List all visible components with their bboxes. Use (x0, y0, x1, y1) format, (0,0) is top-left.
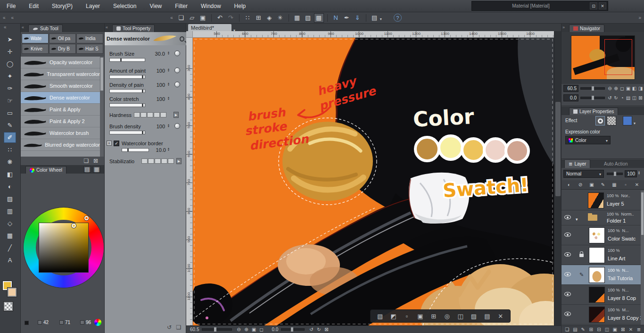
effect-dropdown-icon[interactable] (634, 118, 636, 126)
draft-layer-icon[interactable]: ✎ (600, 182, 606, 188)
lasso-tool-icon[interactable]: ◯ (4, 58, 16, 69)
nav-actual-size-icon[interactable]: ▣ (625, 85, 631, 92)
brush-size-value[interactable]: 30.0 (149, 51, 165, 57)
hardness-expand-icon[interactable]: ▶ (173, 112, 179, 118)
brush-density-slider[interactable] (109, 131, 145, 134)
zoom-in-icon[interactable]: ⊕ (242, 326, 250, 333)
subtool-tab-knives[interactable]: Knive (22, 44, 49, 54)
navigator-panel-tab[interactable]: Navigator (569, 25, 604, 32)
nav-clear-icon[interactable]: ⊠ (637, 94, 644, 101)
stretch-slider[interactable] (109, 103, 145, 107)
eyedropper-tool-icon[interactable]: ✑ (4, 83, 16, 94)
subtool-tab-hair[interactable]: Hair S (76, 44, 103, 54)
collapse-navigator-icon[interactable]: » (562, 25, 565, 30)
brush-size-slider[interactable] (109, 58, 145, 62)
collapse-toolprop2-icon[interactable]: « (106, 25, 108, 30)
new-file-icon[interactable]: ❏ (176, 13, 186, 23)
help-icon[interactable]: ? (394, 14, 402, 22)
new-layer-icon[interactable]: ❏ (564, 326, 570, 333)
subtool-tab-indiaink[interactable]: India (76, 33, 103, 43)
layer-properties-tab[interactable]: Layer Properties (569, 108, 618, 115)
visibility-eye-icon[interactable] (564, 292, 571, 296)
subtool-item[interactable]: Transparent watercolor (21, 68, 100, 80)
collapse-left-icon[interactable]: « (0, 15, 8, 20)
border-checkbox[interactable] (114, 141, 119, 146)
move-tool-icon[interactable]: ✛ (4, 46, 16, 57)
snap-symmetry-icon[interactable]: ✳ (275, 13, 285, 23)
ruler-tool-icon[interactable]: ╱ (4, 242, 16, 253)
nav-rotate-left-icon[interactable]: ↺ (607, 94, 613, 101)
mask-icon[interactable]: ⊠ (619, 326, 626, 333)
visibility-eye-icon[interactable] (564, 312, 571, 316)
collapse-left2-icon[interactable]: « (8, 15, 17, 20)
colorwheel-panel-tab[interactable]: Color Wheel (25, 166, 66, 174)
menu-layer[interactable]: Layer (79, 0, 107, 12)
hue-marker[interactable] (84, 216, 89, 220)
blend-mode-dropdown[interactable]: Normal (563, 170, 604, 178)
border-spinner[interactable] (167, 147, 170, 151)
rotate-right-icon[interactable]: ↻ (315, 326, 322, 333)
fit-screen-icon[interactable]: ▣ (250, 326, 257, 333)
menu-help[interactable]: Help (228, 0, 253, 12)
snap-ruler-icon[interactable]: ⊞ (254, 13, 264, 23)
stretch-spinner[interactable] (167, 96, 170, 100)
redo-icon[interactable]: ↷ (226, 13, 236, 23)
hardness-segments[interactable] (134, 112, 166, 117)
lock-layer-icon[interactable]: ⊘ (577, 182, 584, 188)
border-expand-icon[interactable] (107, 141, 112, 146)
density-dynamics-icon[interactable] (174, 82, 180, 87)
color-space-icon[interactable] (94, 319, 101, 326)
stabilization-segments[interactable] (141, 158, 174, 164)
layer-thumbnail[interactable] (589, 287, 605, 303)
saturation-value-square[interactable] (39, 223, 89, 273)
snap-off-icon[interactable]: ∷ (243, 13, 253, 23)
shrink-selection-icon[interactable]: ▣ (415, 311, 425, 321)
text-tool-icon[interactable]: A (4, 255, 16, 266)
vector-pen-icon[interactable]: ✒ (342, 13, 352, 23)
menu-file[interactable]: File (0, 0, 22, 12)
visibility-eye-icon[interactable] (564, 233, 571, 237)
nav-flip-h-icon[interactable]: ◧ (631, 85, 637, 92)
print-area-icon[interactable]: ▩ (314, 13, 324, 23)
register-initial-icon[interactable]: ❏ (174, 323, 183, 332)
brush-density-spinner[interactable] (167, 124, 170, 127)
gradient-tool-icon[interactable]: ▥ (4, 206, 16, 216)
layer-thumbnail[interactable] (589, 247, 605, 263)
invert-selection-icon[interactable]: ◩ (389, 311, 398, 321)
subtool-item-selected[interactable]: Dense watercolor (21, 92, 100, 104)
merge-down-icon[interactable]: ⊞ (588, 326, 594, 333)
tone-effect-icon[interactable] (607, 116, 616, 125)
collapse-toolprop-icon[interactable]: « (167, 15, 176, 20)
layer-menu-icon[interactable]: ≣ (636, 326, 642, 333)
subtool-item[interactable]: Blurred edge watercolor (21, 139, 100, 151)
density-value[interactable]: 100 (149, 82, 165, 88)
frame-border-tool-icon[interactable]: ▦ (4, 230, 16, 241)
opacity-spinner[interactable] (638, 171, 640, 175)
amount-dynamics-icon[interactable] (174, 67, 180, 73)
copy-paste-icon[interactable]: ◫ (456, 311, 465, 321)
menu-window[interactable]: Window (194, 0, 228, 12)
grid-icon[interactable]: ▦ (292, 13, 302, 23)
small-color-icon[interactable] (25, 321, 29, 325)
canvas-vertical-scrollbar[interactable] (554, 31, 561, 325)
figure-tool-icon[interactable]: ◇ (4, 218, 16, 229)
material-close-icon[interactable]: ✕ (599, 2, 606, 9)
collapse-subtool-icon[interactable]: « (22, 25, 24, 30)
opacity-slider[interactable] (607, 173, 623, 175)
scale-rotate-icon[interactable]: ◎ (442, 311, 452, 321)
navigator-zoom-slider[interactable] (580, 87, 605, 90)
density-spinner[interactable] (167, 82, 170, 86)
sv-marker[interactable] (72, 224, 76, 228)
stabilization-expand-icon[interactable]: ▶ (176, 158, 182, 164)
nav-zoom-out-icon[interactable]: ⊖ (607, 85, 613, 92)
transfer-icon[interactable]: ◫ (603, 326, 610, 333)
perspective-n-icon[interactable]: N (331, 13, 341, 23)
clear-selection-icon[interactable]: ⊞ (429, 311, 438, 321)
reset-rotation-icon[interactable]: ⊠ (322, 326, 330, 333)
nav-flip-v-icon[interactable]: ◨ (637, 85, 644, 92)
workspace-icon[interactable]: ▤ (370, 13, 380, 23)
tab-layer[interactable]: ≣ Layer (564, 159, 590, 168)
color-set-tab-icon[interactable]: ▦ (93, 166, 100, 173)
brush-tool-icon[interactable]: ✐ (4, 132, 16, 143)
fill-selection-icon[interactable]: ▨ (469, 311, 479, 321)
